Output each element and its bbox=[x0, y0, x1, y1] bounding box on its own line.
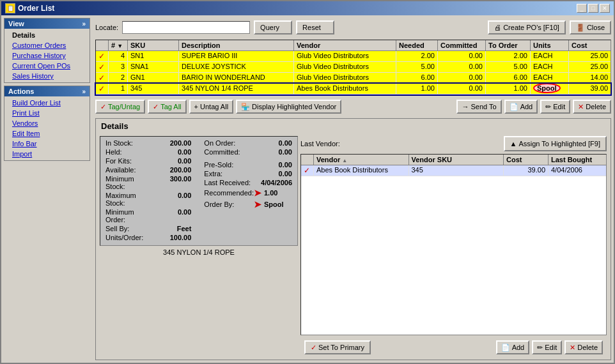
item-name: 345 NYLON 1/4 ROPE bbox=[100, 248, 298, 256]
vendor-col-last-bought[interactable]: Last Bought bbox=[549, 155, 606, 165]
sidebar-item-build-order-list[interactable]: Build Order List bbox=[4, 98, 90, 108]
edit-button[interactable]: ✏ Edit bbox=[540, 100, 570, 114]
vendor-col-vendor[interactable]: Vendor ▲ bbox=[314, 155, 409, 165]
col-desc[interactable]: Description bbox=[179, 40, 294, 50]
list-item[interactable]: ✓ Abes Book Distributors 345 39.00 4/04/… bbox=[301, 165, 606, 176]
arrow-right-icon: ➤ bbox=[254, 188, 261, 198]
maximize-button[interactable]: □ bbox=[588, 4, 598, 13]
last-vendor-label: Last Vendor: bbox=[300, 140, 340, 148]
tag-untag-button[interactable]: ✓ Tag/Untag bbox=[95, 100, 145, 114]
row1-vendor: Glub Video Distributors bbox=[294, 51, 396, 61]
row2-needed: 5.00 bbox=[396, 62, 438, 72]
row4-sku: 345 bbox=[128, 84, 179, 94]
col-committed[interactable]: Committed bbox=[438, 40, 486, 50]
sidebar-item-import[interactable]: Import bbox=[4, 149, 90, 159]
vendor-delete-icon: ✕ bbox=[570, 344, 575, 352]
col-sku[interactable]: SKU bbox=[128, 40, 179, 50]
row1-cost: 25.00 bbox=[569, 51, 611, 61]
title-bar-left: 📋 Order List bbox=[5, 3, 54, 13]
col-vendor[interactable]: Vendor bbox=[294, 40, 396, 50]
row1-sku: SN1 bbox=[128, 51, 179, 61]
assign-to-highlighted-button[interactable]: ▲ Assign To Highlighted [F9] bbox=[504, 136, 607, 151]
vendor-col-cost[interactable]: Cost bbox=[504, 155, 549, 165]
actions-label: Actions bbox=[8, 87, 34, 95]
table-row[interactable]: ✓ 3 SNA1 DELUXE JOYSTICK Glub Video Dist… bbox=[96, 62, 611, 73]
view-collapse-icon[interactable]: » bbox=[82, 20, 86, 27]
add-button[interactable]: 📄 Add bbox=[504, 100, 538, 114]
create-po-button[interactable]: 🖨 Create PO's [F10] bbox=[488, 20, 566, 34]
display-highlighted-vendor-button[interactable]: 🏪 Display Highlighted Vendor bbox=[236, 100, 341, 114]
row3-to-order: 6.00 bbox=[486, 73, 531, 83]
vendor-delete-button[interactable]: ✕ Delete bbox=[564, 340, 603, 354]
window-icon: 📋 bbox=[5, 3, 15, 13]
last-vendor: Last Vendor: bbox=[300, 139, 344, 149]
row2-num: 3 bbox=[109, 62, 128, 72]
right-panel: Locate: Query Reset 🖨 Create PO's [F10] … bbox=[93, 15, 614, 363]
set-primary-button[interactable]: ✓ Set To Primary bbox=[304, 340, 371, 354]
tag-all-check-icon: ✓ bbox=[153, 103, 159, 111]
delete-icon: ✕ bbox=[578, 103, 584, 111]
vendor-row1-check: ✓ bbox=[301, 165, 314, 176]
delete-button[interactable]: ✕ Delete bbox=[573, 100, 611, 114]
row4-needed: 1.00 bbox=[396, 84, 438, 94]
row1-num: 4 bbox=[109, 51, 128, 61]
vendor-add-button[interactable]: 📄 Add bbox=[496, 340, 530, 354]
table-row[interactable]: ✓ 1 345 345 NYLON 1/4 ROPE Abes Book Dis… bbox=[96, 84, 611, 95]
send-to-button[interactable]: → Send To bbox=[456, 100, 501, 114]
actions-panel-content: Build Order List Print List Vendors Edit… bbox=[4, 96, 90, 160]
col-to-order[interactable]: To Order bbox=[486, 40, 531, 50]
vendor-edit-icon: ✏ bbox=[537, 344, 543, 352]
row1-desc: SUPER BARIO III bbox=[179, 51, 294, 61]
vendor-row1-vendor: Abes Book Distributors bbox=[314, 165, 409, 176]
row2-desc: DELUXE JOYSTICK bbox=[179, 62, 294, 72]
query-button[interactable]: Query bbox=[254, 20, 292, 34]
row2-sku: SNA1 bbox=[128, 62, 179, 72]
row4-committed: 0.00 bbox=[438, 84, 486, 94]
tag-all-button[interactable]: ✓ Tag All bbox=[148, 100, 186, 114]
row2-committed: 0.00 bbox=[438, 62, 486, 72]
view-panel-content: Details Customer Orders Purchase History… bbox=[4, 29, 90, 82]
row3-check: ✓ bbox=[96, 73, 109, 83]
row1-check: ✓ bbox=[96, 51, 109, 61]
col-needed[interactable]: Needed bbox=[396, 40, 438, 50]
locate-input[interactable] bbox=[122, 21, 250, 34]
sidebar: View » Details Customer Orders Purchase … bbox=[1, 15, 93, 363]
row2-to-order: 5.00 bbox=[486, 62, 531, 72]
col-num[interactable]: # ▼ bbox=[109, 40, 128, 50]
row1-to-order: 2.00 bbox=[486, 51, 531, 61]
minimize-button[interactable]: _ bbox=[577, 4, 587, 13]
details-left: In Stock:200.00 Held:0.00 For Kits:0.00 … bbox=[100, 136, 298, 357]
row1-needed: 2.00 bbox=[396, 51, 438, 61]
row3-desc: BARIO IN WONDERLAND bbox=[179, 73, 294, 83]
row3-sku: GN1 bbox=[128, 73, 179, 83]
order-grid: # ▼ SKU Description Vendor Needed Commit… bbox=[95, 40, 611, 95]
sidebar-item-details[interactable]: Details bbox=[4, 30, 90, 40]
sidebar-item-purchase-history[interactable]: Purchase History bbox=[4, 50, 90, 61]
sidebar-item-print-list[interactable]: Print List bbox=[4, 108, 90, 118]
vendor-edit-button[interactable]: ✏ Edit bbox=[532, 340, 562, 354]
vendor-col-sku[interactable]: Vendor SKU bbox=[409, 155, 504, 165]
actions-collapse-icon[interactable]: » bbox=[82, 88, 86, 95]
sidebar-item-customer-orders[interactable]: Customer Orders bbox=[4, 40, 90, 50]
actions-panel-header: Actions » bbox=[4, 86, 90, 96]
row4-units: Spool bbox=[531, 84, 569, 94]
sidebar-item-current-open-pos[interactable]: Current Open POs bbox=[4, 61, 90, 71]
row3-num: 2 bbox=[109, 73, 128, 83]
col-units[interactable]: Units bbox=[531, 40, 569, 50]
sidebar-item-sales-history[interactable]: Sales History bbox=[4, 71, 90, 81]
sidebar-item-edit-item[interactable]: Edit Item bbox=[4, 128, 90, 139]
reset-button[interactable]: Reset bbox=[296, 20, 334, 34]
view-panel-header: View » bbox=[4, 19, 90, 29]
sidebar-item-vendors[interactable]: Vendors bbox=[4, 118, 90, 128]
vendor-row1-last-bought: 4/04/2006 bbox=[549, 165, 606, 176]
table-row[interactable]: ✓ 2 GN1 BARIO IN WONDERLAND Glub Video D… bbox=[96, 73, 611, 84]
row1-committed: 0.00 bbox=[438, 51, 486, 61]
col-cost[interactable]: Cost bbox=[569, 40, 611, 50]
sidebar-item-info-bar[interactable]: Info Bar bbox=[4, 139, 90, 149]
untag-all-button[interactable]: + Untag All bbox=[189, 100, 234, 114]
close-button[interactable]: 🚪 Close bbox=[570, 20, 611, 34]
vendor-row1-sku: 345 bbox=[409, 165, 504, 176]
close-window-button[interactable]: ✕ bbox=[600, 4, 610, 13]
table-row[interactable]: ✓ 4 SN1 SUPER BARIO III Glub Video Distr… bbox=[96, 51, 611, 62]
main-content: View » Details Customer Orders Purchase … bbox=[1, 15, 614, 363]
